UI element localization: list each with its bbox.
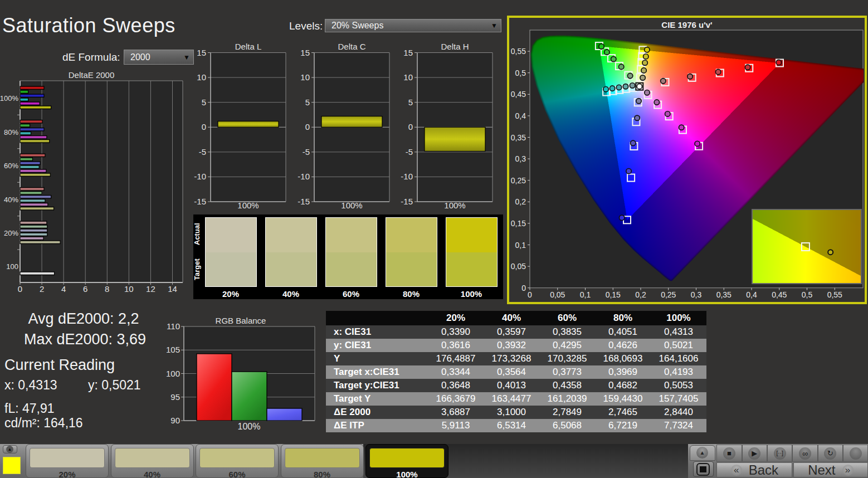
svg-text:0: 0 [408,122,413,131]
svg-text:0,25: 0,25 [511,176,526,185]
svg-text:DeltaE 2000: DeltaE 2000 [69,70,115,80]
svg-text:20%: 20% [4,229,18,237]
svg-text:2: 2 [40,284,44,294]
svg-text:0: 0 [528,290,532,299]
svg-text:RGB Balance: RGB Balance [216,316,266,325]
svg-text:110: 110 [167,321,180,331]
svg-text:0,3: 0,3 [515,154,526,163]
svg-text:15: 15 [403,48,413,57]
svg-text:0,05: 0,05 [550,290,565,299]
svg-text:0: 0 [305,122,310,131]
svg-text:0,35: 0,35 [511,133,526,142]
svg-text:15: 15 [300,48,310,57]
svg-text:14: 14 [168,284,177,294]
svg-text:60%: 60% [4,162,18,170]
svg-text:-15: -15 [401,197,413,206]
svg-text:0,1: 0,1 [580,290,591,299]
svg-text:5: 5 [202,97,206,107]
svg-text:100%: 100% [341,201,362,210]
svg-text:0,3: 0,3 [691,290,702,299]
svg-text:0,15: 0,15 [606,290,621,299]
svg-text:100: 100 [166,369,180,378]
svg-text:0: 0 [521,284,526,292]
svg-text:0,05: 0,05 [511,262,526,271]
svg-text:100%: 100% [238,422,261,431]
svg-text:-10: -10 [194,172,206,181]
svg-text:0,5: 0,5 [515,69,526,77]
svg-text:0,25: 0,25 [661,290,676,299]
svg-text:0,4: 0,4 [746,290,757,299]
svg-text:-15: -15 [298,197,310,206]
svg-text:0,35: 0,35 [716,290,732,299]
svg-text:0: 0 [202,122,206,131]
svg-text:0,2: 0,2 [515,197,526,206]
svg-text:0,45: 0,45 [511,90,526,99]
svg-text:0,4: 0,4 [515,111,526,120]
svg-text:15: 15 [197,48,206,57]
svg-text:4: 4 [61,284,66,294]
svg-text:12: 12 [146,284,155,294]
svg-text:40%: 40% [4,196,18,204]
svg-text:-10: -10 [401,172,413,181]
svg-text:0,45: 0,45 [772,290,787,299]
svg-text:0,2: 0,2 [635,290,646,299]
svg-text:10: 10 [300,72,310,82]
svg-text:5: 5 [408,97,413,107]
svg-text:0,15: 0,15 [511,219,526,228]
svg-text:5: 5 [305,97,310,107]
svg-text:-5: -5 [199,147,206,157]
svg-text:0,55: 0,55 [827,290,842,299]
svg-text:100: 100 [6,262,18,271]
svg-text:-5: -5 [303,147,310,157]
svg-text:90: 90 [170,416,180,425]
svg-text:-10: -10 [298,172,310,181]
svg-text:Delta C: Delta C [338,42,365,51]
svg-text:-5: -5 [406,147,413,157]
svg-text:10: 10 [197,72,206,82]
svg-text:8: 8 [105,284,109,294]
svg-text:0,55: 0,55 [511,47,526,56]
svg-text:100%: 100% [444,201,465,210]
svg-text:6: 6 [83,284,87,294]
svg-text:0,5: 0,5 [802,290,813,299]
svg-text:-15: -15 [194,197,206,206]
svg-text:95: 95 [170,392,180,402]
svg-text:0: 0 [18,284,22,294]
svg-text:100%: 100% [0,94,18,103]
svg-text:Delta L: Delta L [235,42,262,51]
svg-text:0,1: 0,1 [515,241,526,250]
svg-text:10: 10 [124,284,134,294]
svg-text:80%: 80% [4,128,18,136]
svg-text:Delta H: Delta H [441,42,469,51]
svg-text:10: 10 [403,72,413,82]
svg-text:100%: 100% [237,201,259,210]
